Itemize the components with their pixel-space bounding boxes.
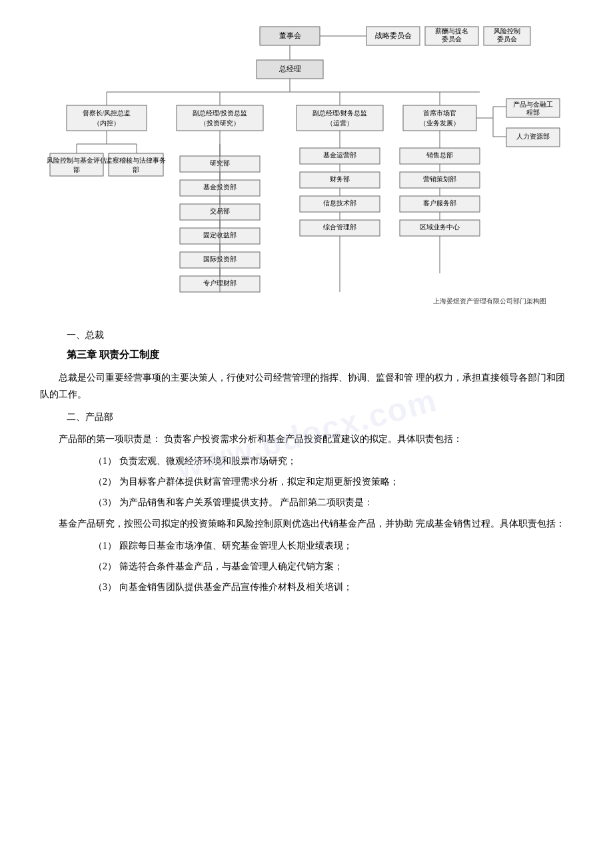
paragraph-1: 总裁是公司重要经营事项的主要决策人，行使对公司经营管理的指挥、协调、监督和管 理… xyxy=(40,369,573,403)
list2-item2: （2） 筛选符合条件基金产品，与基金管理人确定代销方案； xyxy=(93,558,573,575)
svg-text:首席市场官: 首席市场官 xyxy=(423,109,456,117)
chapter-title: 第三章 职责分工制度 xyxy=(67,349,573,361)
svg-text:人力资源部: 人力资源部 xyxy=(516,133,550,140)
list2-item3: （3） 向基金销售团队提供基金产品宣传推介材料及相关培训； xyxy=(93,579,573,595)
svg-text:部: 部 xyxy=(73,166,80,173)
svg-text:综合管理部: 综合管理部 xyxy=(323,223,356,231)
svg-text:基金运营部: 基金运营部 xyxy=(323,151,356,159)
svg-text:监察稽核与法律事务: 监察稽核与法律事务 xyxy=(106,157,166,164)
svg-text:产品与金融工: 产品与金融工 xyxy=(513,101,553,108)
svg-text:风险控制与基金评估: 风险控制与基金评估 xyxy=(47,157,107,164)
svg-text:上海晏煜资产管理有限公司部门架构图: 上海晏煜资产管理有限公司部门架构图 xyxy=(433,297,546,305)
svg-text:战略委员会: 战略委员会 xyxy=(375,31,412,39)
svg-text:（内控）: （内控） xyxy=(93,119,120,127)
org-chart-svg: .box { fill: #e0e0e0; stroke: #666; stro… xyxy=(40,20,573,307)
paragraph-3: 基金产品研究，按照公司拟定的投资策略和风险控制原则优选出代销基金产品，并协助 完… xyxy=(40,515,573,532)
list1-item1: （1） 负责宏观、微观经济环境和股票市场研究； xyxy=(93,453,573,469)
svg-text:副总经理/投资总监: 副总经理/投资总监 xyxy=(193,109,248,117)
svg-text:风险控制: 风险控制 xyxy=(494,27,520,35)
section2-label: 二、产品部 xyxy=(67,409,573,425)
svg-text:（运营）: （运营） xyxy=(326,119,353,127)
svg-text:信息技术部: 信息技术部 xyxy=(323,199,356,207)
svg-text:（业务发展）: （业务发展） xyxy=(420,119,460,127)
svg-text:区域业务中心: 区域业务中心 xyxy=(420,223,460,231)
svg-text:客户服务部: 客户服务部 xyxy=(423,199,456,207)
svg-text:销售总部: 销售总部 xyxy=(426,151,453,159)
svg-text:董事会: 董事会 xyxy=(279,31,301,39)
svg-text:总经理: 总经理 xyxy=(279,65,301,73)
svg-text:委员会: 委员会 xyxy=(442,35,462,43)
svg-text:副总经理/财务总监: 副总经理/财务总监 xyxy=(312,109,368,117)
list1-item3: （3） 为产品销售和客户关系管理提供支持。 产品部第二项职责是： xyxy=(93,494,573,511)
svg-text:（投资研究）: （投资研究） xyxy=(200,119,240,127)
svg-text:薪酬与提名: 薪酬与提名 xyxy=(435,27,468,35)
svg-text:督察长/风控总监: 督察长/风控总监 xyxy=(83,109,131,117)
paragraph-2: 产品部的第一项职责是： 负责客户投资需求分析和基金产品投资配置建议的拟定。具体职… xyxy=(40,431,573,447)
svg-text:部: 部 xyxy=(133,166,139,173)
content-section: 一、总裁 第三章 职责分工制度 总裁是公司重要经营事项的主要决策人，行使对公司经… xyxy=(40,327,573,595)
svg-text:财务部: 财务部 xyxy=(330,175,350,183)
svg-text:委员会: 委员会 xyxy=(497,35,517,43)
svg-text:程部: 程部 xyxy=(526,109,540,116)
svg-text:营销策划部: 营销策划部 xyxy=(423,175,456,183)
org-chart-section: .box { fill: #e0e0e0; stroke: #666; stro… xyxy=(40,20,573,307)
list1-item2: （2） 为目标客户群体提供财富管理需求分析，拟定和定期更新投资策略； xyxy=(93,473,573,490)
section1-label: 一、总裁 xyxy=(67,327,573,343)
list2-item1: （1） 跟踪每日基金市场净值、研究基金管理人长期业绩表现； xyxy=(93,537,573,554)
